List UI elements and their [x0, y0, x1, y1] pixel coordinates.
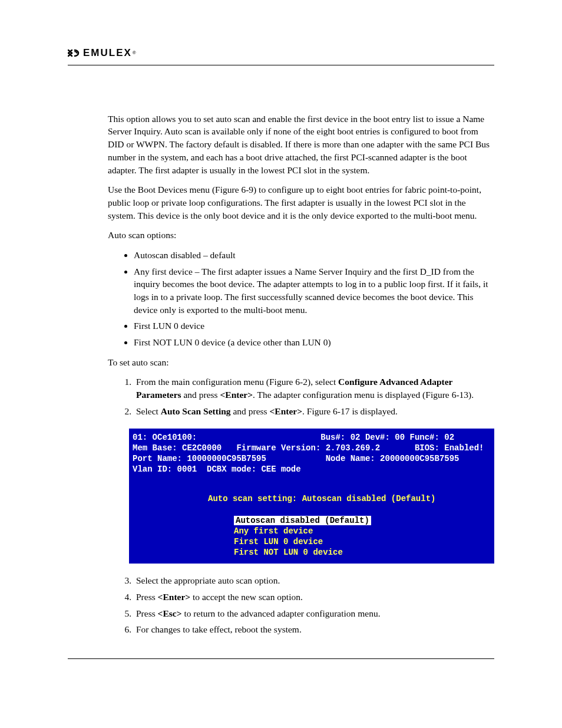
list-item: Select Auto Scan Setting and press <Ente… — [134, 405, 494, 418]
list-item: Autoscan disabled – default — [134, 249, 494, 262]
brand-name: EMULEX — [83, 46, 132, 60]
list-item: For changes to take effect, reboot the s… — [134, 623, 494, 636]
paragraph: This option allows you to set auto scan … — [108, 113, 494, 176]
term-option: First LUN 0 device — [133, 536, 488, 547]
term-line: 01: OCe10100: Bus#: 02 Dev#: 00 Func#: 0… — [133, 433, 454, 442]
steps-list-top: From the main configuration menu (Figure… — [108, 375, 494, 417]
list-item: First LUN 0 device — [134, 319, 494, 332]
term-option: First NOT LUN 0 device — [133, 547, 488, 558]
page: EMULEX ® This option allows you to set a… — [0, 0, 562, 728]
auto-scan-options-list: Autoscan disabled – default Any first de… — [108, 249, 494, 349]
step-text: and press — [231, 406, 270, 416]
term-option: Any first device — [133, 526, 488, 536]
step-text: to accept the new scan option. — [190, 592, 303, 602]
step-text: to return to the advanced adapter config… — [182, 608, 381, 618]
step-bold: <Enter> — [158, 592, 191, 602]
brand-row: EMULEX ® — [68, 46, 494, 60]
step-bold: Auto Scan Setting — [161, 406, 231, 416]
list-item: Select the appropriate auto scan option. — [134, 574, 494, 587]
term-line: Port Name: 10000000C95B7595 Node Name: 2… — [133, 454, 459, 463]
term-line: Mem Base: CE2C0000 Firmware Version: 2.7… — [133, 443, 484, 453]
content: This option allows you to set auto scan … — [108, 113, 494, 636]
steps-list-bottom: Select the appropriate auto scan option.… — [108, 574, 494, 636]
step-text: From the main configuration menu (Figure… — [136, 377, 338, 387]
step-text: and press — [181, 390, 220, 400]
term-setting: Auto scan setting: Autoscan disabled (De… — [133, 493, 488, 504]
step-bold: <Enter> — [269, 406, 302, 416]
emulex-logo-icon — [68, 48, 80, 58]
header-rule — [68, 65, 494, 65]
paragraph: Auto scan options: — [108, 229, 494, 242]
term-menu: Auto scan setting: Autoscan disabled (De… — [133, 493, 488, 558]
paragraph: To set auto scan: — [108, 356, 494, 369]
step-bold: <Esc> — [158, 608, 182, 618]
list-item: First NOT LUN 0 device (a device other t… — [134, 336, 494, 349]
paragraph: Use the Boot Devices menu (Figure 6-9) t… — [108, 183, 494, 222]
term-option-selected: Autoscan disabled (Default) — [133, 515, 488, 526]
step-text: Select — [136, 406, 161, 416]
brand-trademark: ® — [133, 50, 136, 56]
step-text: . Figure 6-17 is displayed. — [302, 406, 398, 416]
step-text: Press — [136, 592, 158, 602]
term-line: Vlan ID: 0001 DCBX mode: CEE mode — [133, 465, 301, 474]
step-text: Press — [136, 608, 158, 618]
list-item: Press <Enter> to accept the new scan opt… — [134, 591, 494, 604]
bios-terminal-screenshot: 01: OCe10100: Bus#: 02 Dev#: 00 Func#: 0… — [129, 429, 494, 564]
list-item: Press <Esc> to return to the advanced ad… — [134, 607, 494, 620]
step-text: . The adapter configuration menu is disp… — [253, 390, 474, 400]
list-item: From the main configuration menu (Figure… — [134, 375, 494, 401]
step-bold: <Enter> — [220, 390, 253, 400]
footer-rule — [68, 658, 494, 659]
list-item: Any first device – The first adapter iss… — [134, 265, 494, 317]
